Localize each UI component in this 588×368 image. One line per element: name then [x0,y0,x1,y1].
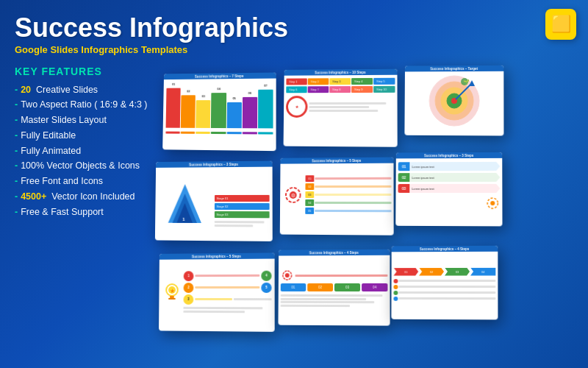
dash-6: - [15,159,18,173]
slide-preview-6[interactable]: Success Infographics – 3 Steps 01 Lorem … [395,152,502,226]
dash-7: - [15,174,18,188]
slide-inner-4: Success Infographics – 3 Steps 1 Stage [155,160,273,241]
feature-label-9: Free & Fast Support [21,205,104,219]
feature-label-1: 20 20 Creative Slides Creative Slides [21,83,98,97]
slide-label-8: Success Infographics – 4 Steps [279,249,390,255]
subtitle-rest: Infographics Templates [81,44,187,55]
slide-preview-2[interactable]: Success Infographics – 10 Steps Step 1 S… [284,68,398,146]
feature-label-8: 4500+ Vector Icon Included [21,190,135,204]
feature-vector: - 100% Vector Objects & Icons [15,159,162,173]
svg-text:🌱: 🌱 [463,79,470,85]
feature-creative-slides: - 20 20 Creative Slides Creative Slides [15,83,162,97]
feature-free-font: - Free Font and Icons [15,174,162,188]
slide-preview-9[interactable]: Success Infographics – 4 Steps 01 02 03 … [391,245,498,319]
svg-text:★: ★ [170,288,175,294]
features-panel: KEY FEATURES - 20 20 Creative Slides Cre… [15,66,162,367]
feature-label-6: 100% Vector Objects & Icons [21,159,140,173]
slide-label-6: Success Infographics – 3 Steps [396,152,502,158]
main-title: Success Infographics [15,13,573,43]
slide-preview-5[interactable]: Success Infographics – 5 Steps ⚙ 01 [280,157,394,235]
slide-inner-8: Success Infographics – 4 Steps 01 02 [279,249,390,325]
slide-preview-1[interactable]: Success Infographics – 7 Steps 01 02 03 … [162,72,276,151]
content-area: KEY FEATURES - 20 20 Creative Slides Cre… [0,66,588,367]
feature-label-2: Two Aspect Ratio ( 16:9 & 4:3 ) [21,98,147,112]
highlight-20: 20 [21,85,31,95]
slide-preview-4[interactable]: Success Infographics – 3 Steps 1 Stage [155,160,273,241]
key-features-title: KEY FEATURES [15,66,162,77]
feature-master-slides: - Master Slides Layout [15,113,162,127]
slide-inner-6: Success Infographics – 3 Steps 01 Lorem … [395,152,502,226]
dash-2: - [15,98,18,112]
slide-inner-1: Success Infographics – 7 Steps 01 02 03 … [162,72,276,151]
dash-3: - [15,113,18,127]
dash-5: - [15,144,18,158]
feature-support: - Free & Fast Support [15,205,162,219]
pyramid-svg: 1 [167,183,204,227]
slide-preview-8[interactable]: Success Infographics – 4 Steps 01 02 [279,249,390,325]
feature-label-4: Fully Editable [21,129,76,143]
slide-inner-7: Success Infographics – 5 Steps ★ [159,252,275,331]
feature-label-5: Fully Animated [21,144,81,158]
dash-9: - [15,205,18,219]
slide-label-9: Success Infographics – 4 Steps [392,245,498,252]
slide-inner-3: Success Infographics – Target 🌱 [404,65,503,135]
subtitle-google: Google Slides [15,44,79,55]
svg-rect-21 [170,296,174,298]
feature-animated: - Fully Animated [15,144,162,158]
highlight-4500: 4500+ [21,191,46,202]
slide-preview-7[interactable]: Success Infographics – 5 Steps ★ [159,252,275,331]
feature-label-3: Master Slides Layout [21,113,107,127]
slide-inner-2: Success Infographics – 10 Steps Step 1 S… [284,68,398,146]
slide-label-3: Success Infographics – Target [405,65,503,71]
svg-point-17 [490,201,495,205]
feature-vector-icon: - 4500+ Vector Icon Included [15,190,162,204]
feature-label-7: Free Font and Icons [21,174,103,188]
subtitle: Google Slides Infographics Templates [15,44,573,55]
gear-icon-slide5: ⚙ [284,185,303,204]
trophy-icon-7: ★ [163,283,181,300]
dash-8: - [15,190,18,204]
feature-aspect-ratio: - Two Aspect Ratio ( 16:9 & 4:3 ) [15,98,162,112]
svg-text:⚙: ⚙ [291,192,295,197]
header: Success Infographics Google Slides Infog… [0,0,588,60]
gear-icon-8 [281,269,294,282]
dash-1: - [15,83,18,97]
feature-editable: - Fully Editable [15,129,162,143]
google-slides-icon: 🟨 [545,9,576,40]
svg-point-24 [285,273,290,277]
dash-4: - [15,129,18,143]
slides-area: Success Infographics – 7 Steps 01 02 03 … [162,66,573,367]
gear-svg-6 [485,196,500,210]
slide-inner-9: Success Infographics – 4 Steps 01 02 03 … [391,245,498,319]
slide-inner-5: Success Infographics – 5 Steps ⚙ 01 [280,157,394,235]
target-svg: 🌱 [428,74,481,127]
slide-preview-3[interactable]: Success Infographics – Target 🌱 [404,65,503,135]
